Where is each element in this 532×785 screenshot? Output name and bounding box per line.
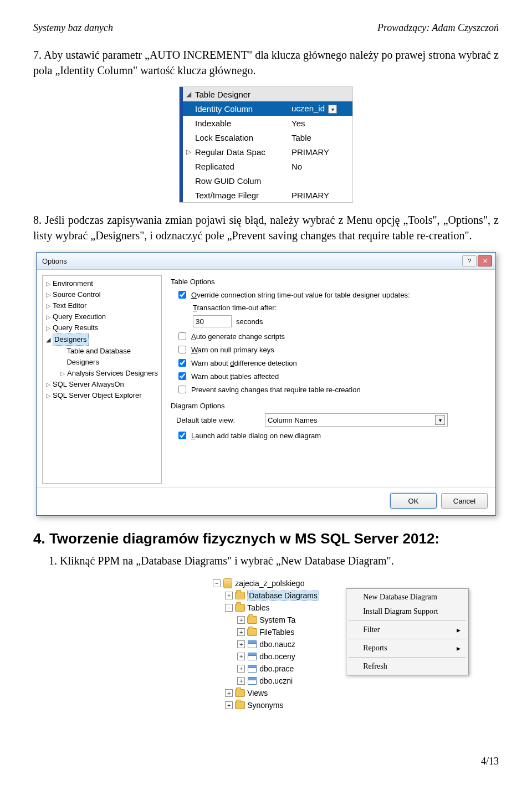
timeout-input[interactable]: [193, 315, 232, 327]
plus-icon[interactable]: +: [237, 653, 245, 660]
prop-name: Identity Column: [194, 104, 289, 114]
menu-reports[interactable]: Reports▸: [346, 641, 468, 655]
panel-header: Table Designer: [194, 90, 289, 99]
options-dialog: Options ? ✕ ▷Environment▷Source Control▷…: [36, 252, 496, 516]
timeout-label: Transaction time-out after:: [193, 304, 488, 312]
tree-item[interactable]: Table and Database Designers: [44, 346, 160, 368]
oe-node[interactable]: +dbo.prace: [213, 663, 319, 675]
prop-name: Text/Image Filegr: [194, 191, 289, 200]
tree-expand-icon[interactable]: ▷: [45, 300, 52, 311]
prop-value: No: [289, 162, 352, 171]
tree-expand-icon[interactable]: ▷: [59, 368, 66, 379]
group-diagram-options: Diagram Options: [171, 402, 488, 410]
tree-expand-icon[interactable]: ▷: [45, 278, 52, 289]
object-explorer: −zajecia_z_polskiego +Database Diagrams …: [213, 577, 319, 711]
plus-icon[interactable]: +: [237, 665, 245, 673]
paragraph-7: 7. Aby ustawić parametr „AUTO INCREMENT"…: [33, 47, 499, 78]
plus-icon[interactable]: +: [237, 677, 245, 685]
prop-row[interactable]: Lock EscalationTable: [183, 130, 352, 145]
prop-row[interactable]: IndexableYes: [183, 116, 352, 130]
dialog-titlebar[interactable]: Options ? ✕: [37, 253, 495, 270]
menu-refresh[interactable]: Refresh: [346, 659, 468, 674]
plus-icon[interactable]: +: [225, 689, 233, 697]
tree-item[interactable]: ◢Designers: [44, 334, 160, 346]
plus-icon[interactable]: +: [237, 616, 245, 624]
doc-header-left: Systemy baz danych: [33, 22, 113, 34]
tree-expand-icon[interactable]: ▷: [45, 390, 52, 401]
prop-value: PRIMARY: [289, 147, 352, 157]
close-icon[interactable]: ✕: [478, 255, 492, 266]
tree-item[interactable]: ▷Source Control: [44, 289, 160, 300]
tree-expand-icon[interactable]: ▷: [45, 322, 52, 334]
chk-auto-generate[interactable]: Auto generate change scripts: [176, 331, 488, 342]
tree-item[interactable]: ▷Environment: [44, 278, 160, 289]
plus-icon[interactable]: +: [237, 628, 245, 636]
tree-expand-icon[interactable]: ▷: [45, 311, 52, 322]
plus-icon[interactable]: +: [237, 640, 245, 648]
oe-node[interactable]: +System Ta: [213, 614, 319, 626]
oe-node[interactable]: +dbo.oceny: [213, 650, 319, 663]
prop-name: Replicated: [194, 162, 289, 171]
oe-node[interactable]: −Tables: [213, 602, 319, 614]
prop-name: Row GUID Colum: [194, 176, 289, 186]
default-view-combo[interactable]: Column Names ▾: [265, 413, 448, 427]
oe-node[interactable]: +FileTables: [213, 626, 319, 638]
chk-override-timeout[interactable]: Override connection string time-out valu…: [176, 289, 488, 300]
plus-icon[interactable]: +: [225, 592, 233, 599]
tree-expand-icon[interactable]: ▷: [45, 289, 52, 300]
prop-row[interactable]: Identity Columnuczen_id▾: [183, 101, 352, 116]
page-number: 4/13: [0, 743, 532, 779]
tree-item[interactable]: ▷SQL Server AlwaysOn: [44, 379, 160, 390]
oe-node[interactable]: +Views: [213, 687, 319, 699]
prop-row[interactable]: ReplicatedNo: [183, 159, 352, 173]
plus-icon[interactable]: +: [225, 701, 233, 709]
tree-expand-icon[interactable]: ◢: [45, 334, 52, 345]
context-menu: New Database Diagram Install Diagram Sup…: [346, 588, 469, 675]
timeout-unit: seconds: [236, 317, 263, 326]
tree-item[interactable]: ▷Query Execution: [44, 311, 160, 322]
prop-name: Regular Data Spac: [194, 147, 289, 157]
ok-button[interactable]: OK: [390, 493, 437, 509]
tree-item[interactable]: ▷Analysis Services Designers: [44, 368, 160, 379]
chk-warn-tables[interactable]: Warn about ttables affected: [176, 371, 488, 382]
step-1: 1. Kliknąć PPM na „Database Diagrams" i …: [33, 553, 499, 568]
paragraph-8: 8. Jeśli podczas zapisywania zmian pojaw…: [33, 212, 499, 243]
menu-filter[interactable]: Filter▸: [346, 623, 468, 637]
chevron-down-icon[interactable]: ▾: [328, 105, 337, 114]
cancel-button[interactable]: Cancel: [441, 493, 488, 509]
prop-name: Indexable: [194, 119, 289, 128]
chk-warn-null-pk[interactable]: Warn on null primary keys: [176, 344, 488, 355]
db-node[interactable]: zajecia_z_polskiego: [235, 579, 304, 588]
minus-icon[interactable]: −: [213, 579, 221, 587]
menu-install-diagram-support[interactable]: Install Diagram Support: [346, 604, 468, 619]
oe-node[interactable]: +dbo.uczni: [213, 675, 319, 687]
chk-warn-diff[interactable]: Warn about ddifference detection: [176, 357, 488, 368]
dialog-title: Options: [40, 257, 67, 265]
prop-value: Table: [289, 133, 352, 142]
default-view-value: Column Names: [268, 416, 318, 424]
chevron-right-icon: ▸: [457, 644, 461, 653]
prop-row[interactable]: Text/Image FilegrPRIMARY: [183, 188, 352, 202]
tree-expand-icon[interactable]: ▷: [45, 379, 52, 390]
prop-row[interactable]: Row GUID Colum: [183, 173, 352, 188]
oe-node[interactable]: +Synonyms: [213, 699, 319, 711]
database-diagrams-node[interactable]: Database Diagrams: [247, 591, 319, 601]
prop-name: Lock Escalation: [194, 133, 289, 142]
minus-icon[interactable]: −: [225, 604, 233, 612]
chevron-down-icon: ▾: [435, 415, 445, 425]
prop-value: Yes: [289, 119, 352, 128]
chk-launch-add-table[interactable]: Launch add table dialog on new diagram: [176, 430, 488, 441]
chevron-right-icon: ▸: [457, 625, 461, 635]
options-tree[interactable]: ▷Environment▷Source Control▷Text Editor▷…: [42, 275, 162, 484]
tree-item[interactable]: ▷Query Results: [44, 322, 160, 334]
chk-prevent-saving[interactable]: Prevent saving changes that require tabl…: [176, 384, 488, 395]
tree-item[interactable]: ▷Text Editor: [44, 300, 160, 311]
help-icon[interactable]: ?: [462, 255, 477, 266]
menu-new-database-diagram[interactable]: New Database Diagram: [346, 590, 468, 604]
oe-node[interactable]: +dbo.naucz: [213, 638, 319, 650]
tree-item[interactable]: ▷SQL Server Object Explorer: [44, 390, 160, 401]
doc-header-right: Prowadzący: Adam Czyszczoń: [377, 22, 499, 34]
prop-row[interactable]: ▷Regular Data SpacPRIMARY: [183, 145, 352, 159]
default-view-label: Default table view:: [176, 416, 265, 424]
prop-value: PRIMARY: [289, 191, 352, 200]
